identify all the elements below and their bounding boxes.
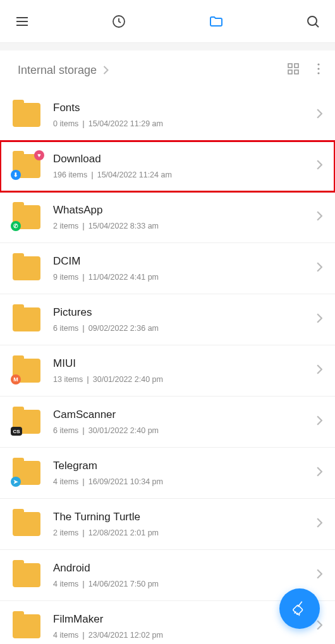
top-tabbar [0,0,335,43]
search-icon[interactable] [305,13,321,30]
folder-name: WhatsApp [53,204,312,217]
folder-name: FilmMaker [53,613,312,626]
chevron-right-icon [317,364,322,377]
folder-name: Pictures [53,306,312,319]
chevron-right-icon [317,415,322,428]
folder-icon [13,307,40,331]
svg-line-5 [315,24,319,27]
folder-icon: M [13,359,40,383]
folder-text: WhatsApp 2 items|15/04/2022 8:33 am [53,204,312,230]
menu-icon[interactable] [14,13,30,30]
folder-row[interactable]: ➤ Telegram 4 items|16/09/2021 10:34 pm [0,448,335,499]
folder-name: DCIM [53,255,312,268]
folder-row[interactable]: Android 4 items|14/06/2021 7:50 pm [0,550,335,601]
chevron-right-icon [317,109,322,121]
folder-list: Fonts 0 items|15/04/2022 11:29 am ♥⬇ Dow… [0,90,335,644]
folder-text: FilmMaker 4 items|23/04/2021 12:02 pm [53,613,312,640]
svg-line-16 [299,614,300,616]
svg-point-10 [317,63,319,65]
folder-row[interactable]: The Turning Turtle 2 items|12/08/2021 2:… [0,499,335,550]
folder-name: Download [53,153,312,165]
folder-name: Telegram [53,460,312,472]
folder-text: DCIM 9 items|11/04/2022 4:41 pm [53,255,312,282]
folder-text: CamScanner 6 items|30/01/2022 2:40 pm [53,408,312,435]
svg-rect-6 [288,64,292,68]
folder-row[interactable]: Fonts 0 items|15/04/2022 11:29 am [0,90,335,141]
folder-name: Fonts [53,102,312,114]
grid-view-icon[interactable] [287,63,300,78]
broom-icon [290,599,309,618]
folder-row[interactable]: ✆ WhatsApp 2 items|15/04/2022 8:33 am [0,192,335,243]
folder-meta: 4 items|23/04/2021 12:02 pm [53,631,312,640]
folder-text: Telegram 4 items|16/09/2021 10:34 pm [53,460,312,486]
breadcrumb-label: Internal storage [18,64,97,77]
folder-text: The Turning Turtle 2 items|12/08/2021 2:… [53,511,312,537]
breadcrumb[interactable]: Internal storage [18,64,109,77]
folder-icon [13,512,40,536]
folder-meta: 4 items|14/06/2021 7:50 pm [53,580,312,588]
folder-meta: 2 items|15/04/2022 8:33 am [53,222,312,230]
chevron-right-icon [317,467,322,479]
clean-fab[interactable] [279,588,320,629]
svg-rect-8 [288,70,292,74]
folder-row[interactable]: Pictures 6 items|09/02/2022 2:36 am [0,294,335,345]
more-options-icon[interactable] [317,63,320,77]
folder-text: Pictures 6 items|09/02/2022 2:36 am [53,306,312,333]
folder-meta: 0 items|15/04/2022 11:29 am [53,119,312,128]
folder-name: Android [53,562,312,575]
folder-meta: 9 items|11/04/2022 4:41 pm [53,273,312,282]
breadcrumb-bar: Internal storage [0,51,335,90]
folder-meta: 6 items|30/01/2022 2:40 pm [53,426,312,435]
folder-icon [13,103,40,127]
folder-meta: 4 items|16/09/2021 10:34 pm [53,477,312,486]
folder-meta: 2 items|12/08/2021 2:01 pm [53,528,312,537]
folder-text: MIUI 13 items|30/01/2022 2:40 pm [53,357,312,384]
folder-icon: ✆ [13,205,40,229]
folder-meta: 13 items|30/01/2022 2:40 pm [53,375,312,384]
folder-row[interactable]: M MIUI 13 items|30/01/2022 2:40 pm [0,345,335,397]
chevron-right-icon [317,211,322,224]
chevron-right-icon [317,262,322,275]
folder-icon: CS [13,410,40,434]
folder-name: CamScanner [53,408,312,421]
folder-row[interactable]: ♥⬇ Download 196 items|15/04/2022 11:24 a… [0,141,335,192]
folder-row[interactable]: CS CamScanner 6 items|30/01/2022 2:40 pm [0,397,335,448]
folder-tab-icon[interactable] [208,13,224,30]
folder-icon [13,256,40,280]
chevron-right-icon [317,620,322,633]
folder-text: Android 4 items|14/06/2021 7:50 pm [53,562,312,588]
folder-icon [13,563,40,587]
folder-name: The Turning Turtle [53,511,312,523]
svg-rect-7 [295,64,298,68]
folder-meta: 196 items|15/04/2022 11:24 am [53,170,312,179]
folder-icon: ♥⬇ [13,154,40,178]
folder-icon [13,614,40,638]
folder-row[interactable]: DCIM 9 items|11/04/2022 4:41 pm [0,243,335,294]
folder-text: Fonts 0 items|15/04/2022 11:29 am [53,102,312,128]
svg-point-11 [317,68,319,69]
svg-point-12 [317,72,319,74]
folder-meta: 6 items|09/02/2022 2:36 am [53,324,312,333]
folder-icon: ➤ [13,461,40,485]
chevron-right-icon [317,160,322,172]
folder-name: MIUI [53,357,312,370]
folder-text: Download 196 items|15/04/2022 11:24 am [53,153,312,179]
chevron-right-icon [317,518,322,530]
recent-tab-icon[interactable] [111,13,127,30]
chevron-right-icon [103,66,109,75]
chevron-right-icon [317,313,322,326]
svg-point-4 [308,16,317,25]
svg-rect-9 [295,70,298,74]
chevron-right-icon [317,569,322,581]
